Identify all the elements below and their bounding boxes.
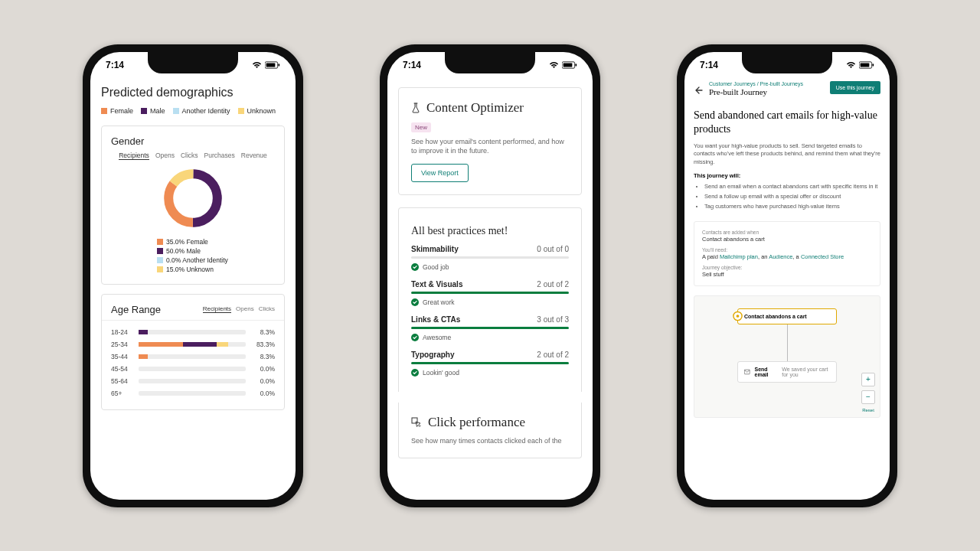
breadcrumb-title: Pre-built Journey bbox=[709, 87, 803, 96]
click-perf-title: Click performance bbox=[428, 415, 525, 430]
page-title: Predicted demographics bbox=[101, 86, 285, 99]
tab-revenue[interactable]: Revenue bbox=[241, 152, 267, 160]
battery-icon bbox=[265, 61, 280, 69]
start-point-icon bbox=[733, 311, 743, 321]
tab-opens[interactable]: Opens bbox=[155, 152, 175, 160]
click-perf-desc: See how many times contacts clicked each… bbox=[411, 436, 569, 446]
phone-optimizer: 7:14 Content Optimizer New See how your … bbox=[380, 44, 600, 507]
breadcrumb[interactable]: Customer Journeys / Pre-built Journeys bbox=[709, 81, 803, 86]
gender-donut-chart bbox=[161, 166, 225, 230]
phone-demographics: 7:14 Predicted demographics Female Male … bbox=[83, 44, 303, 507]
svg-rect-1 bbox=[266, 63, 276, 67]
status-time: 7:14 bbox=[700, 60, 718, 70]
zoom-out-button[interactable]: − bbox=[861, 390, 875, 404]
flow-email-node[interactable]: Send email We saved your cart for you bbox=[737, 361, 837, 383]
check-icon bbox=[411, 298, 419, 306]
journey-headline: Send abandoned cart emails for high-valu… bbox=[694, 109, 880, 136]
tab-clicks[interactable]: Clicks bbox=[259, 305, 275, 313]
link-connected-store[interactable]: Connected Store bbox=[801, 253, 844, 260]
tab-purchases[interactable]: Purchases bbox=[204, 152, 235, 160]
zoom-in-button[interactable]: + bbox=[861, 373, 875, 386]
zoom-reset-button[interactable]: Reset bbox=[861, 408, 875, 412]
back-arrow-icon[interactable] bbox=[694, 86, 703, 95]
legend: Female Male Another Identity Unknown bbox=[101, 107, 285, 115]
age-row-65: 65+0.0% bbox=[111, 390, 275, 397]
phone-journey: 7:14 Customer Journeys / Pre-built Journ… bbox=[677, 44, 897, 507]
svg-rect-13 bbox=[412, 418, 417, 423]
check-icon bbox=[411, 334, 419, 341]
optimizer-desc: See how your email's content performed, … bbox=[411, 137, 569, 156]
donut-legend: 35.0% Female 50.0% Male 0.0% Another Ide… bbox=[157, 238, 275, 273]
use-journey-button[interactable]: Use this journey bbox=[830, 81, 880, 94]
notch bbox=[742, 52, 832, 73]
practices-card: All best practices met! Skimmability0 ou… bbox=[398, 207, 582, 392]
battery-icon bbox=[562, 61, 577, 69]
svg-rect-7 bbox=[564, 63, 573, 67]
check-icon bbox=[411, 369, 419, 377]
age-row-45-54: 45-540.0% bbox=[111, 365, 275, 373]
svg-rect-2 bbox=[279, 64, 280, 66]
view-report-button[interactable]: View Report bbox=[411, 164, 469, 182]
swatch-another bbox=[173, 108, 179, 114]
envelope-icon bbox=[744, 368, 750, 376]
metric-skimmability: Skimmability0 out of 0 Good job bbox=[411, 245, 569, 271]
status-time: 7:14 bbox=[106, 60, 124, 70]
journey-will-label: This journey will: bbox=[694, 172, 880, 179]
age-tabs[interactable]: Recipients Opens Clicks bbox=[203, 305, 275, 313]
optimizer-title: Content Optimizer bbox=[426, 100, 524, 116]
tab-opens[interactable]: Opens bbox=[236, 305, 254, 313]
swatch-male bbox=[141, 108, 147, 114]
notch bbox=[148, 52, 238, 73]
link-mailchimp-plan[interactable]: Mailchimp plan bbox=[720, 253, 758, 260]
status-time: 7:14 bbox=[403, 60, 421, 70]
battery-icon bbox=[859, 61, 874, 69]
new-badge: New bbox=[411, 122, 431, 132]
wifi-icon bbox=[846, 61, 856, 69]
flow-connector bbox=[787, 324, 788, 361]
svg-point-18 bbox=[737, 315, 740, 318]
journey-desc: You want your high-value products to sel… bbox=[694, 142, 880, 167]
wifi-icon bbox=[549, 61, 559, 69]
optimizer-card: Content Optimizer New See how your email… bbox=[398, 87, 582, 195]
metric-typography: Typography2 out of 2 Lookin' good bbox=[411, 350, 569, 377]
tab-clicks[interactable]: Clicks bbox=[181, 152, 198, 160]
tab-recipients[interactable]: Recipients bbox=[119, 152, 149, 160]
age-card: Age Range Recipients Opens Clicks 18-248… bbox=[101, 294, 285, 410]
svg-rect-8 bbox=[576, 64, 577, 66]
age-row-18-24: 18-248.3% bbox=[111, 328, 275, 336]
flow-start-node[interactable]: Contact abandons a cart bbox=[737, 308, 837, 324]
metric-links-ctas: Links & CTAs3 out of 3 Awesome bbox=[411, 315, 569, 341]
journey-flow-canvas[interactable]: Contact abandons a cart Send email We sa… bbox=[694, 295, 880, 418]
click-performance-card: Click performance See how many times con… bbox=[398, 403, 582, 459]
link-audience[interactable]: Audience bbox=[769, 253, 792, 260]
zoom-controls: + − Reset bbox=[861, 373, 875, 412]
journey-will-list: Send an email when a contact abandons ca… bbox=[704, 182, 880, 211]
age-row-35-44: 35-448.3% bbox=[111, 353, 275, 360]
gender-card: Gender Recipients Opens Clicks Purchases… bbox=[101, 126, 285, 285]
notch bbox=[445, 52, 535, 73]
metric-text-visuals: Text & Visuals2 out of 2 Great work bbox=[411, 280, 569, 306]
flask-icon bbox=[411, 103, 420, 113]
age-row-25-34: 25-3483.3% bbox=[111, 341, 275, 348]
gender-card-title: Gender bbox=[111, 135, 275, 147]
age-row-55-64: 55-640.0% bbox=[111, 377, 275, 385]
tab-recipients[interactable]: Recipients bbox=[203, 305, 231, 313]
age-card-title: Age Range bbox=[111, 304, 161, 315]
journey-info-box: Contacts are added when Contact abandons… bbox=[694, 221, 880, 286]
gender-tabs[interactable]: Recipients Opens Clicks Purchases Revenu… bbox=[111, 152, 275, 160]
check-icon bbox=[411, 263, 419, 271]
click-icon bbox=[411, 417, 422, 428]
swatch-female bbox=[101, 108, 107, 114]
wifi-icon bbox=[252, 61, 262, 69]
swatch-unknown bbox=[238, 108, 244, 114]
svg-rect-15 bbox=[861, 63, 870, 67]
svg-rect-16 bbox=[873, 64, 874, 66]
practices-title: All best practices met! bbox=[411, 225, 569, 237]
